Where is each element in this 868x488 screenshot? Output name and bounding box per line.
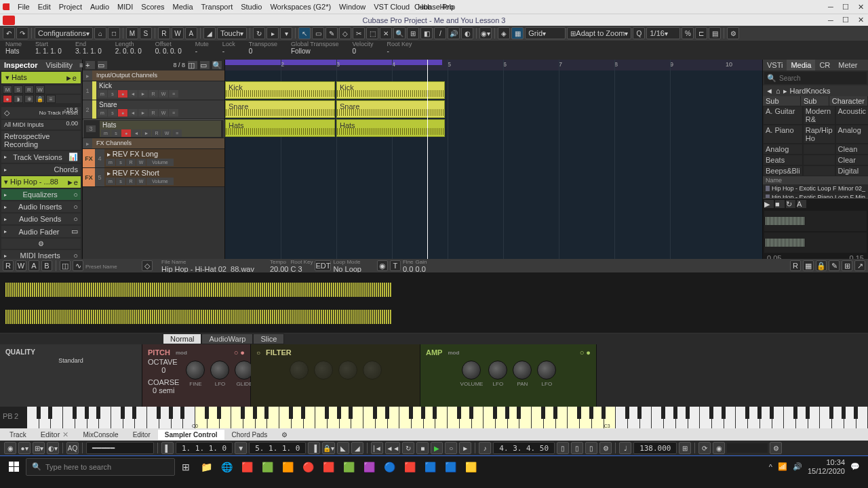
keyboard-key[interactable] <box>496 407 508 428</box>
zoom-tool[interactable]: 🔍 <box>393 27 406 39</box>
track-rev-fx-long[interactable]: FX4 ▸ REV FX Long msRWVolume <box>83 149 224 168</box>
keyboard-key[interactable] <box>616 407 628 428</box>
punch-out-button[interactable]: ◢ <box>351 442 363 454</box>
knob-filter-3[interactable] <box>338 361 357 380</box>
info-mute-value[interactable]: - <box>195 47 209 55</box>
go-to-start-button[interactable]: |◄ <box>371 442 383 454</box>
sampler-tab-normal[interactable]: Normal <box>163 333 201 344</box>
knob-amp-lfo[interactable] <box>488 361 507 380</box>
keyboard-key[interactable] <box>340 407 352 428</box>
knob-filter-1[interactable] <box>290 361 309 380</box>
keyboard-key[interactable] <box>231 407 243 428</box>
tool-a-button[interactable]: ▸ <box>267 27 279 39</box>
clip-hats-1[interactable]: Hats <box>225 119 335 137</box>
se-read-button[interactable]: R <box>3 260 14 271</box>
keyboard-key[interactable] <box>472 407 484 428</box>
sync-button[interactable]: ⟳ <box>698 442 711 454</box>
taskbar-ps-icon[interactable]: 🟦 <box>420 458 439 476</box>
close-button[interactable]: ✕ <box>856 2 865 12</box>
track-find-button[interactable]: ▭ <box>200 61 210 69</box>
taskbar-cubase-icon[interactable]: 🟥 <box>400 458 419 476</box>
tab-mixconsole[interactable]: MixConsole <box>76 430 125 440</box>
toolbar-setup-button[interactable]: ⚙ <box>727 27 739 39</box>
keyboard-key[interactable] <box>424 407 436 428</box>
line-tool[interactable]: / <box>434 27 446 39</box>
keyboard-key[interactable] <box>399 407 412 428</box>
keyboard-key[interactable] <box>519 407 532 428</box>
split-tool[interactable]: ✂ <box>353 27 365 39</box>
se-a-button[interactable]: A <box>28 260 39 271</box>
preview-waveform[interactable] <box>764 211 867 231</box>
knob-pan[interactable] <box>513 361 532 380</box>
snap-type-dropdown[interactable]: Grid ▾ <box>525 27 566 39</box>
color-tool[interactable]: ◐ <box>461 27 473 39</box>
file-item[interactable]: Hip Hop - Exotic Piano Loop F Min <box>763 193 868 198</box>
se-snap-button[interactable]: ▦ <box>803 260 814 271</box>
keyboard-key[interactable] <box>99 407 111 428</box>
constrain-button[interactable]: ⌂ <box>94 27 106 39</box>
q-setting-button[interactable]: % <box>682 27 694 39</box>
insp-mute-button[interactable]: M <box>3 85 12 94</box>
keyboard-key[interactable] <box>51 407 63 428</box>
marker-3[interactable]: ▯ <box>585 442 597 454</box>
se-open-button[interactable]: ↗ <box>854 260 865 271</box>
tab-editor-2[interactable]: Editor <box>126 430 157 440</box>
category-cell[interactable]: Clear <box>835 155 868 165</box>
knob-filter-4[interactable] <box>363 361 382 380</box>
keyboard-key[interactable] <box>580 407 592 428</box>
quantize-dropdown[interactable]: 1/16 ▾ <box>646 27 680 39</box>
menu-studio[interactable]: Studio <box>237 1 266 12</box>
inspector-instrument-preset[interactable]: ▾ Hip Hop - ...88►e <box>1 176 81 188</box>
keyboard-key[interactable] <box>508 407 520 428</box>
menu-media[interactable]: Media <box>169 1 197 12</box>
transport-rec-mode2[interactable]: ⊞▾ <box>33 442 45 454</box>
tempo-mode-button[interactable]: ♩ <box>619 442 631 454</box>
section-audio-sends[interactable]: ▸Audio Sends○ <box>1 214 81 224</box>
keyboard-key[interactable] <box>712 407 724 428</box>
color-menu-button[interactable]: ◉▾ <box>479 27 492 39</box>
taskbar-app2-icon[interactable]: 🟩 <box>258 458 277 476</box>
start-button[interactable] <box>3 458 24 476</box>
media-search[interactable]: 🔍 <box>764 72 867 84</box>
se-b-button[interactable]: B <box>41 260 52 271</box>
keyboard-key[interactable] <box>676 407 688 428</box>
tab-track[interactable]: Track <box>3 430 33 440</box>
info-transpose-value[interactable]: 0 <box>249 47 277 55</box>
keyboard-key[interactable] <box>772 407 785 428</box>
knob-filter-2[interactable] <box>314 361 333 380</box>
clip-kick-1[interactable]: Kick <box>225 81 335 99</box>
clip-hats-2[interactable]: Hats <box>336 119 445 137</box>
sampler-keyboard[interactable]: PB 2 C0C3C6 <box>0 407 868 428</box>
se-process-button[interactable]: ⊞ <box>842 260 852 271</box>
taskbar-search[interactable]: 🔍 Type here to search <box>26 458 175 476</box>
menu-window[interactable]: Window <box>335 1 370 12</box>
track-filter-button[interactable]: ◫ <box>188 61 197 69</box>
history-undo-button[interactable]: ↶ <box>3 27 15 39</box>
doc-minimize-button[interactable]: ─ <box>826 16 835 25</box>
mute-tool[interactable]: ✕ <box>380 27 392 39</box>
knob-pitch-lfo[interactable] <box>210 361 229 380</box>
track-snare[interactable]: 2 Snare ms●◄►RW≡ <box>83 100 224 119</box>
keyboard-key[interactable] <box>808 407 821 428</box>
color-button[interactable]: ◢ <box>203 27 216 39</box>
keyboard-key[interactable] <box>856 407 868 428</box>
se-write-button[interactable]: W <box>16 260 26 271</box>
insp-lane-button[interactable]: ≡ <box>46 95 56 103</box>
tab-chord-pads[interactable]: Chord Pads <box>225 430 275 440</box>
category-cell[interactable]: Rap/Hip Ho <box>803 125 835 144</box>
knob-fine[interactable] <box>186 361 205 380</box>
tab-meter[interactable]: Meter <box>834 60 861 70</box>
track-kick[interactable]: 1 Kick ms●◄►RW≡ <box>83 81 224 100</box>
keyboard-key[interactable] <box>159 407 172 428</box>
waveform-editor[interactable] <box>0 272 868 333</box>
category-cell[interactable]: Analog <box>835 125 868 144</box>
inspector-setup-button[interactable]: ⚙ <box>1 239 81 249</box>
search-input[interactable] <box>779 75 847 82</box>
read-automation-button[interactable]: R <box>158 27 170 39</box>
keyboard-key[interactable] <box>412 407 424 428</box>
breadcrumb-location[interactable]: HardKnocks <box>790 87 831 95</box>
tool-b-button[interactable]: ▾ <box>280 27 292 39</box>
tab-cr[interactable]: CR <box>815 60 834 70</box>
info-length-value[interactable]: 2. 0. 0. 0 <box>115 47 142 55</box>
keyboard-key[interactable] <box>460 407 472 428</box>
